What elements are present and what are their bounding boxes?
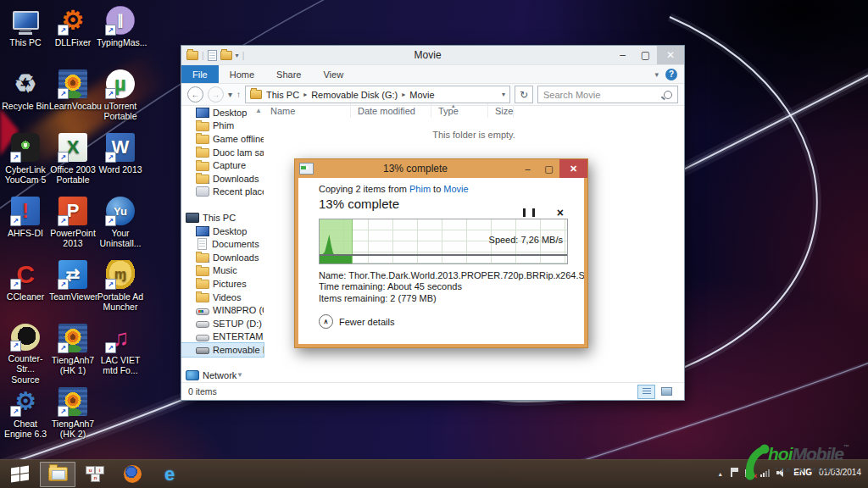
search-input[interactable]: Search Movie (537, 86, 678, 103)
ribbon-expand-icon[interactable]: ▾ (654, 70, 659, 79)
desktop-icon-typingmaster[interactable]: ∥ TypingMas... (97, 3, 144, 67)
desktop-icon-tienganh7-hk1[interactable]: TiengAnh7 (HK 1) (49, 321, 97, 385)
sidebar-item-downloads[interactable]: Downloads (181, 251, 264, 264)
sidebar-item-win8pro-c[interactable]: WIN8PRO (C (181, 303, 264, 317)
maximize-button[interactable]: ▢ (634, 46, 657, 64)
sidebar-item-removable-d[interactable]: Removable D (181, 343, 264, 357)
language-indicator[interactable]: ENG (793, 468, 812, 477)
sidebar-item-this-pc[interactable]: This PC (181, 211, 264, 225)
sidebar-item-recent-place[interactable]: Recent place (181, 186, 264, 199)
desktop-icon-powerpoint-2013[interactable]: P PowerPoint 2013 (49, 194, 97, 258)
recent-pages-caret-icon[interactable]: ▾ (228, 90, 232, 99)
hidden-icons-icon[interactable]: ▲ (717, 471, 723, 477)
desktop-icon-word-2013[interactable]: W Word 2013 (97, 130, 144, 194)
desktop-icon-dllfixer[interactable]: ⚙ DLLFixer (49, 3, 97, 67)
dialog-minimize-button[interactable]: – (517, 159, 538, 178)
column-header-type[interactable]: Type (431, 103, 488, 118)
breadcrumb-segment[interactable]: This PC (266, 90, 299, 100)
sidebar-item-duoc-lam-sa[interactable]: Duoc lam sa (181, 146, 264, 159)
dialog-titlebar[interactable]: 13% complete – ▢ ✕ (295, 159, 587, 178)
sidebar-item-desktop[interactable]: Desktop (181, 106, 264, 119)
sidebar-item-pictures[interactable]: Pictures (181, 277, 264, 291)
desktop-icon-tienganh7-hk2[interactable]: TiengAnh7 (HK 2) (49, 385, 97, 448)
desktop-icon-counter-strike-source[interactable]: Counter-Str... Source (2, 321, 49, 385)
sidebar-item-videos[interactable]: Videos (181, 291, 264, 304)
network-signal-icon[interactable] (760, 469, 770, 477)
tab-home[interactable]: Home (219, 65, 265, 83)
details-view-icon[interactable] (637, 385, 655, 399)
dialog-close-button[interactable]: ✕ (559, 159, 587, 178)
breadcrumb-segment[interactable]: Movie (409, 90, 434, 100)
desktop-icon-this-pc[interactable]: This PC (2, 3, 49, 67)
column-header-name[interactable]: Name (264, 103, 351, 118)
help-icon[interactable]: ? (665, 69, 677, 80)
app-icon (58, 324, 87, 352)
minimize-button[interactable]: – (611, 46, 634, 64)
sidebar-item-entertame[interactable]: ENTERTAME (181, 330, 264, 344)
desktop-icon-label: Office 2003 Portable (49, 164, 97, 186)
sidebar-scroll-up-icon[interactable]: ▲ (255, 107, 262, 114)
desktop-icon-cyberlink-youcam-5[interactable]: CyberLink YouCam 5 (2, 130, 49, 194)
desktop-icon-ahfs-di[interactable]: ! AHFS-DI (2, 194, 49, 258)
tab-share[interactable]: Share (265, 65, 312, 83)
breadcrumb[interactable]: This PC▸Removable Disk (G:)▸Movie ▾ (245, 86, 510, 103)
device-error-icon[interactable] (745, 469, 754, 477)
sidebar-item-network[interactable]: Network (181, 369, 264, 383)
explorer-titlebar[interactable]: | ▾ | Movie – ▢ ✕ (181, 46, 684, 65)
desktop-icon-utorrent-portable[interactable]: µ uTorrent Portable (97, 67, 144, 130)
pause-icon[interactable] (523, 208, 535, 217)
copy-source-link[interactable]: Phim (409, 184, 431, 194)
clock[interactable]: 01/03/2014 (819, 468, 861, 477)
sidebar-item-game-offline[interactable]: Game offline (181, 132, 264, 146)
fewer-details-toggle[interactable]: Fewer details (319, 314, 568, 329)
sidebar-item-label: Pictures (213, 279, 247, 289)
cancel-icon[interactable]: × (557, 207, 564, 219)
sidebar-item-music[interactable]: Music (181, 264, 264, 278)
taskbar-unikey-button[interactable]: uin (77, 462, 113, 487)
breadcrumb-segment[interactable]: Removable Disk (G:) (311, 90, 398, 100)
desktop-icon-learnvocabu[interactable]: LearnVocabu (49, 67, 97, 130)
action-center-flag-icon[interactable] (730, 468, 738, 477)
taskbar-firefox-button[interactable] (114, 462, 150, 487)
up-icon[interactable]: ↑ (236, 90, 241, 99)
folder-icon[interactable] (186, 51, 198, 60)
sidebar-item-icon (196, 186, 209, 197)
refresh-icon[interactable]: ↻ (515, 86, 533, 103)
internet-explorer-icon: e (164, 465, 175, 484)
sidebar-scroll-down-icon[interactable]: ▼ (236, 371, 243, 379)
back-icon[interactable]: ← (187, 86, 203, 103)
thumbnail-view-icon[interactable] (658, 385, 676, 399)
dialog-maximize-button[interactable]: ▢ (538, 159, 559, 178)
tab-file[interactable]: File (181, 65, 219, 83)
desktop-icon-recycle-bin[interactable]: ♻ Recycle Bin (2, 67, 49, 130)
desktop-icon-teamviewer[interactable]: ⇄ TeamViewer (49, 258, 97, 321)
desktop-icon-cheat-engine[interactable]: ⚙ Cheat Engine 6.3 (2, 385, 49, 448)
sidebar-item-capture[interactable]: Capture (181, 158, 264, 172)
desktop-icon-office-2003-portable[interactable]: X Office 2003 Portable (49, 130, 97, 194)
taskbar-file-explorer-button[interactable] (40, 462, 75, 487)
sidebar-item-documents[interactable]: Documents (181, 237, 264, 251)
desktop-icon-your-uninstaller[interactable]: Yu Your Uninstall... (97, 194, 144, 258)
tab-view[interactable]: View (312, 65, 354, 83)
folder-icon[interactable] (220, 51, 232, 60)
sidebar-item-phim[interactable]: Phim (181, 119, 264, 133)
desktop-icon-portable-ad-muncher[interactable]: ɱ Portable Ad Muncher (97, 258, 144, 321)
start-button[interactable] (0, 460, 39, 488)
sidebar-item-desktop[interactable]: Desktop (181, 225, 264, 238)
edit-page-icon[interactable] (208, 50, 217, 61)
forward-icon[interactable]: → (208, 86, 224, 103)
copy-dest-link[interactable]: Movie (443, 184, 468, 194)
item-count: 0 items (188, 386, 217, 396)
volume-icon[interactable] (776, 469, 787, 477)
column-header-size[interactable]: Size (488, 103, 514, 118)
taskbar-ie-button[interactable]: e (152, 462, 187, 487)
address-dropdown-caret-icon[interactable]: ▾ (502, 91, 505, 98)
sidebar-item-downloads[interactable]: Downloads (181, 172, 264, 186)
column-header-date-modified[interactable]: Date modified (351, 103, 431, 118)
desktop-icon-label: LearnVocabu (49, 101, 97, 111)
desktop-icon-ccleaner[interactable]: C CCleaner (2, 258, 49, 321)
close-button[interactable]: ✕ (657, 46, 684, 64)
desktop-icon-lac-viet-mtd[interactable]: ♫ LAC VIET mtd Fo... (97, 321, 144, 385)
qat-dropdown-caret-icon[interactable]: ▾ (236, 52, 239, 59)
sidebar-item-setup-d-[interactable]: SETUP (D:) (181, 317, 264, 330)
